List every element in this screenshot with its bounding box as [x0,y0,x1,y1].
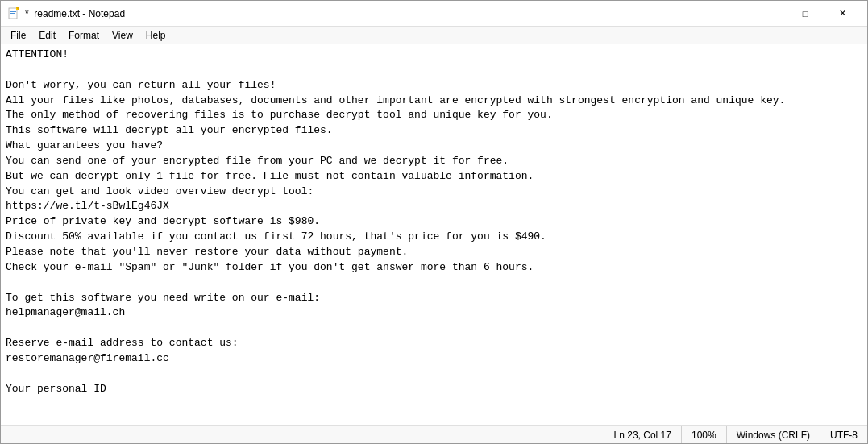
menu-edit[interactable]: Edit [32,28,62,43]
close-button[interactable]: ✕ [824,1,861,27]
cursor-position: Ln 23, Col 17 [604,426,681,443]
svg-rect-2 [10,11,16,12]
minimize-button[interactable]: — [750,1,787,27]
menu-view[interactable]: View [106,28,139,43]
zoom-level: 100% [681,426,726,443]
menu-help[interactable]: Help [139,28,172,43]
menu-format[interactable]: Format [62,28,106,43]
menu-file[interactable]: File [4,28,32,43]
content-area [1,44,867,425]
encoding: UTF-8 [820,426,867,443]
text-editor[interactable] [1,44,867,425]
maximize-button[interactable]: □ [787,1,824,27]
svg-rect-3 [10,13,15,14]
notepad-app-icon [7,7,20,20]
window-title: *_readme.txt - Notepad [25,8,125,19]
title-bar-left: *_readme.txt - Notepad [7,7,125,20]
title-bar: *_readme.txt - Notepad — □ ✕ [1,1,867,27]
menu-bar: File Edit Format View Help [1,27,867,44]
title-bar-controls: — □ ✕ [750,1,861,27]
svg-rect-1 [10,10,16,10]
notepad-window: *_readme.txt - Notepad — □ ✕ File Edit F… [0,0,868,444]
line-ending: Windows (CRLF) [726,426,820,443]
status-bar: Ln 23, Col 17 100% Windows (CRLF) UTF-8 [1,425,867,443]
